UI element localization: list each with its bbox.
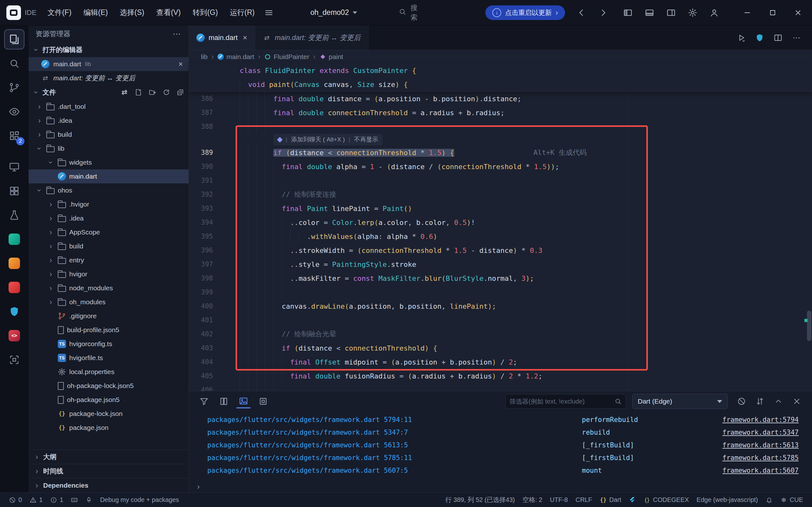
line-number[interactable]: 386 [189,95,224,103]
tree-item-main.dart[interactable]: main.dart [29,169,188,183]
line-number[interactable]: 400 [189,302,224,310]
panel-close-button[interactable] [790,394,804,408]
panel-clear-filter-button[interactable] [735,394,749,408]
activity-scan[interactable] [4,350,24,370]
global-search[interactable]: 搜索 [398,3,419,22]
status-right-4[interactable]: {}Dart [596,496,625,504]
panel-view-frames[interactable] [256,394,270,408]
inline-chat-add-button[interactable]: 添加到聊天 ( Alt+X ) [291,135,345,144]
line-number[interactable]: 404 [189,358,224,366]
tree-item-oh_modules[interactable]: ›oh_modules [29,295,188,309]
frame-link[interactable]: framework.dart:5785 [722,454,799,462]
tree-item-oh-package-lock.json5[interactable]: oh-package-lock.json5 [29,379,188,393]
activity-plugin-teal[interactable] [4,229,24,249]
editor-action-split[interactable] [771,31,785,45]
line-number[interactable]: 399 [189,288,224,296]
tree-item-entry[interactable]: ›entry [29,253,188,267]
open-editors-section-header[interactable]: › 打开的编辑器 [29,43,188,57]
line-number[interactable]: 401 [189,316,224,324]
tree-item-.gitignore[interactable]: .gitignore [29,309,188,323]
files-section-header[interactable]: › 文件 ⇄ [29,85,188,100]
status-left-1[interactable]: 1 [26,496,46,504]
menu-item-3[interactable]: 查看(V) [150,4,187,21]
tab-1[interactable]: ⇄main.dart: 变更前 ↔ 变更后 [255,25,369,50]
status-right-5[interactable] [625,497,640,504]
status-left-4[interactable] [82,497,96,504]
tree-item-oh-package.json5[interactable]: oh-package.json5 [29,393,188,407]
stack-expander[interactable]: › [189,481,812,492]
window-minimize-button[interactable] [738,3,757,22]
status-right-6[interactable]: ⟨⟩CODEGEEX [640,496,693,504]
editor-action-run[interactable] [734,31,749,45]
activity-plugin-crimson[interactable]: <> [4,326,24,346]
status-right-7[interactable]: Edge (web-javascript) [693,496,762,504]
app-logo-icon[interactable] [6,5,21,20]
compare-button[interactable]: ⇄ [120,88,129,97]
panel-chevron-up-button[interactable] [771,394,785,408]
inline-chat-hint[interactable]: |添加到聊天 ( Alt+X )|不再显示 [273,134,382,145]
filter-input[interactable] [509,398,612,405]
frame-link[interactable]: framework.dart:5613 [722,441,799,449]
tree-item-ohos[interactable]: ›ohos [29,183,188,198]
panel-swap-button[interactable] [753,394,767,408]
sidebar-section-0[interactable]: ›大纲 [29,450,188,464]
line-number[interactable]: 405 [189,372,224,380]
window-close-button[interactable] [789,3,808,22]
menu-item-5[interactable]: 运行(R) [224,4,261,21]
activity-testing[interactable] [4,205,24,225]
tree-item-package-lock.json[interactable]: {}package-lock.json [29,407,188,421]
tree-item-hvigor[interactable]: ›hvigor [29,267,188,281]
breadcrumb-item-1[interactable]: main.dart [217,53,254,61]
tree-item-lib[interactable]: ›lib [29,142,188,156]
activity-search[interactable] [4,53,24,74]
stack-frame-row-3[interactable]: packages/flutter/src/widgets/framework.d… [189,451,812,464]
activity-watch[interactable] [4,102,24,122]
activity-extensions[interactable]: 2 [4,126,24,146]
tree-item-.hvigor[interactable]: ›.hvigor [29,198,188,211]
line-number[interactable]: 392 [189,191,224,198]
more-icon[interactable]: ⋯ [173,29,181,39]
line-number[interactable]: 397 [189,261,224,268]
tree-item-build[interactable]: ›build [29,127,188,142]
frame-link[interactable]: framework.dart:5607 [722,467,799,474]
line-number[interactable]: 403 [189,344,224,352]
status-right-3[interactable]: CRLF [572,496,596,504]
line-number[interactable]: 406 [189,386,224,391]
line-number[interactable]: 394 [189,219,224,226]
tree-item-.dart_tool[interactable]: ›.dart_tool [29,100,188,114]
restart-update-button[interactable]: ↓ 点击重启以更新 › [485,5,565,20]
frame-link[interactable]: framework.dart:5347 [722,429,799,436]
status-left-0[interactable]: 0 [5,496,26,504]
titlebar-gear-button[interactable] [685,4,701,21]
nav-arrow-left-button[interactable] [573,4,590,21]
editor-action-more[interactable]: ⋯ [789,31,804,45]
collapse-all-button[interactable] [176,88,185,97]
tree-item-local.properties[interactable]: local.properties [29,365,188,379]
breadcrumb-item-3[interactable]: paint [319,53,343,61]
line-number[interactable]: 387 [189,109,224,116]
tree-item-AppScope[interactable]: ›AppScope [29,225,188,239]
code-area[interactable]: 386final double distance = (a.position -… [189,92,812,391]
status-left-2[interactable]: 1 [46,496,67,504]
activity-security[interactable] [4,301,24,322]
line-number[interactable]: 391 [189,177,224,184]
sidebar-section-2[interactable]: ›Dependencies [29,478,188,492]
activity-source-control[interactable] [4,77,24,98]
editor-action-devtools-shield[interactable] [752,31,767,45]
frame-link[interactable]: framework.dart:5794 [722,416,799,424]
line-number[interactable]: 390 [189,163,224,170]
scrollbar-thumb[interactable] [807,311,811,341]
titlebar-layout-bottom-button[interactable] [641,4,658,21]
nav-arrow-right-button[interactable] [595,4,611,21]
activity-apps-grid[interactable] [4,181,24,201]
editor-scrollbar[interactable] [803,92,812,391]
breadcrumb-item-0[interactable]: lib [201,53,208,61]
tree-item-.idea[interactable]: ›.idea [29,114,188,127]
open-editor-item-0[interactable]: main.dartlib× [29,57,188,71]
stack-frame-row-2[interactable]: packages/flutter/src/widgets/framework.d… [189,439,812,451]
line-number[interactable]: 395 [189,233,224,240]
open-editor-item-1[interactable]: ⇄main.dart: 变更前 ↔ 变更后 [29,71,188,85]
tree-item-build[interactable]: ›build [29,239,188,253]
menu-item-4[interactable]: 转到(G) [187,4,224,21]
tree-item-.idea[interactable]: ›.idea [29,211,188,225]
